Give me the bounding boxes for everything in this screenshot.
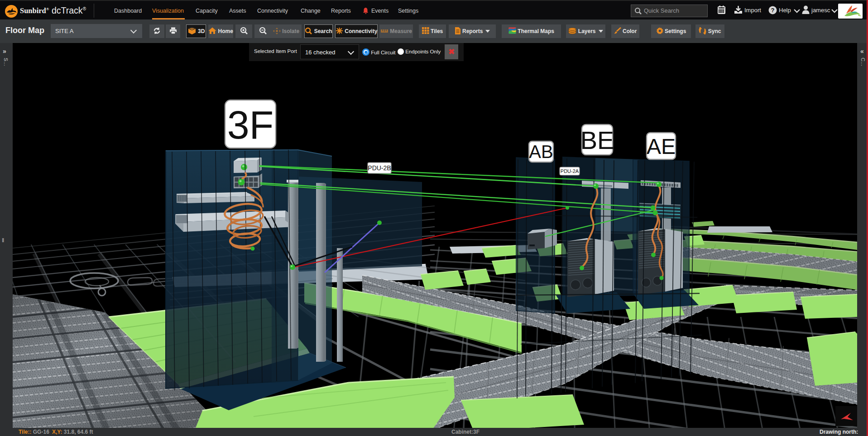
svg-text:AE: AE	[647, 134, 676, 158]
svg-text:BE: BE	[580, 126, 614, 154]
svg-text:PDU-2B: PDU-2B	[368, 164, 391, 172]
svg-text:AB: AB	[529, 142, 553, 162]
svg-text:3F: 3F	[227, 102, 274, 147]
svg-text:?: ?	[771, 7, 775, 14]
svg-text:PDU-2A: PDU-2A	[561, 168, 579, 174]
